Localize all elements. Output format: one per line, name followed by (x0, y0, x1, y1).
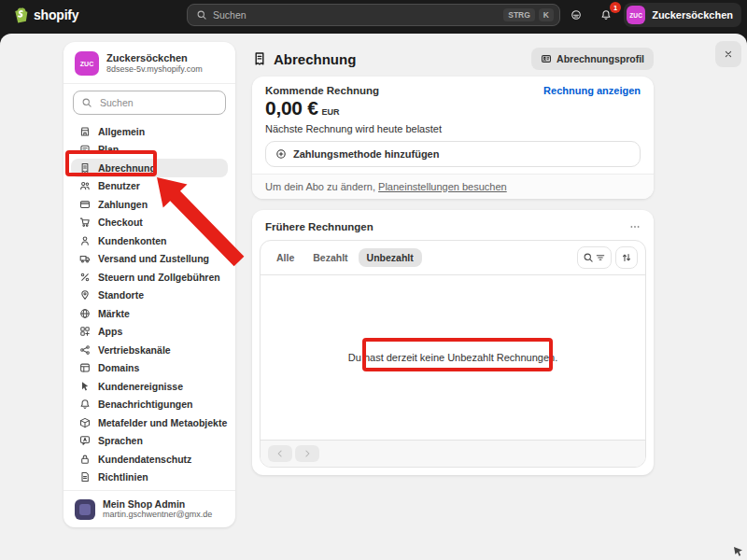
sidebar-item-versand-und-zustellung[interactable]: Versand und Zustellung (71, 250, 228, 269)
sidebar-item-zahlungen[interactable]: Zahlungen (71, 195, 228, 214)
billing-profile-icon (541, 53, 552, 64)
sidebar-item-apps[interactable]: Apps (71, 323, 228, 342)
shopify-logo[interactable]: shopify (13, 7, 78, 23)
plan-settings-link[interactable]: Planeinstellungen besuchen (378, 181, 507, 192)
translate-icon (78, 435, 91, 446)
browser-icon (78, 362, 91, 373)
search-icon (81, 97, 92, 108)
tab-unbezahlt[interactable]: Unbezahlt (359, 248, 422, 267)
invoice-currency: EUR (322, 107, 340, 117)
shortcut-strg-key: STRG (503, 8, 535, 21)
receipt-icon (252, 51, 267, 66)
sidebar-item-abrechnung[interactable]: Abrechnung (71, 159, 228, 177)
inbox-icon (571, 9, 582, 21)
settings-modal: ZUC Zuckersöckchen 8dsese-5v.myshopify.c… (0, 34, 747, 560)
more-actions-icon[interactable] (629, 221, 641, 232)
sidebar-item-allgemein[interactable]: Allgemein (71, 122, 228, 141)
sidebar-item-label: Kundendatenschutz (98, 454, 191, 465)
invoices-table: AlleBezahltUnbezahlt Du hast derzeit kei… (260, 240, 646, 468)
receipt-icon (78, 162, 91, 174)
users-icon (78, 180, 91, 191)
sidebar-item-kundenereignisse[interactable]: Kundenereignisse (71, 377, 228, 396)
sidebar-item-kundendatenschutz[interactable]: Kundendatenschutz (71, 450, 228, 469)
page-title: Abrechnung (274, 51, 525, 67)
sidebar-item-benutzer[interactable]: Benutzer (71, 177, 228, 196)
cursor-icon (78, 381, 91, 392)
lock-icon (78, 454, 91, 465)
sidebar-item-label: Kundenkonten (98, 235, 167, 246)
search-filter-button[interactable] (577, 246, 612, 269)
pagination-next-button[interactable] (295, 445, 319, 462)
sidebar-item-label: Standorte (98, 289, 144, 301)
sort-arrows-icon (621, 252, 632, 263)
add-payment-method-label: Zahlungsmethode hinzufügen (293, 148, 439, 160)
close-button[interactable] (715, 41, 741, 67)
search-icon (583, 252, 594, 263)
invoice-filter-tabs: AlleBezahltUnbezahlt (268, 248, 422, 267)
sidebar-item-metafelder-und-metaobjekte[interactable]: Metafelder und Metaobjekte (71, 413, 228, 432)
search-icon (196, 9, 207, 21)
sidebar-item-markte[interactable]: Märkte (71, 304, 228, 323)
shop-avatar: ZUC (75, 51, 99, 76)
empty-state-message: Du hast derzeit keine Unbezahlt Rechnung… (348, 352, 557, 363)
sidebar-item-label: Richtlinien (98, 471, 148, 483)
sidebar-item-label: Vertriebskanäle (98, 344, 171, 356)
box-icon (78, 417, 91, 428)
sidebar-item-label: Sprachen (98, 435, 143, 446)
sidebar-item-benachrichtigungen[interactable]: Benachrichtigungen (71, 396, 228, 414)
bell-icon (78, 399, 91, 410)
apps-icon (78, 326, 91, 337)
billing-profile-button[interactable]: Abrechnungsprofil (531, 48, 654, 70)
sidebar-item-plan[interactable]: Plan (71, 141, 228, 160)
cart-icon (78, 217, 91, 228)
sidebar-search[interactable] (73, 91, 226, 115)
chevron-left-icon (275, 448, 286, 459)
sidebar-item-standorte[interactable]: Standorte (71, 287, 228, 305)
sidebar-item-label: Steuern und Zollgebühren (98, 272, 220, 283)
billing-page: Abrechnung Abrechnungsprofil Kommende Re… (252, 47, 654, 475)
sidebar-item-label: Versand und Zustellung (98, 253, 209, 264)
sort-button[interactable] (615, 246, 638, 269)
truck-icon (78, 253, 91, 264)
topbar-search-placeholder: Suchen (213, 9, 500, 21)
sidebar-item-vertriebskanale[interactable]: Vertriebskanäle (71, 341, 228, 359)
sidebar-item-kundenkonten[interactable]: Kundenkonten (71, 231, 228, 250)
sidebar-item-domains[interactable]: Domains (71, 359, 228, 378)
sidebar-item-label: Allgemein (98, 126, 145, 137)
plan-icon (78, 144, 91, 155)
card-icon (78, 199, 91, 210)
next-charge-note: Nächste Rechnung wird heute belastet (265, 123, 641, 134)
sidebar-item-steuern-und-zollgebuhren[interactable]: Steuern und Zollgebühren (71, 268, 228, 287)
sidebar-item-label: Metafelder und Metaobjekte (98, 417, 227, 428)
sidebar-item-label: Checkout (98, 217, 143, 228)
add-payment-method-button[interactable]: Zahlungsmethode hinzufügen (265, 141, 641, 167)
tab-bezahlt[interactable]: Bezahlt (304, 248, 356, 267)
inbox-button[interactable] (564, 3, 588, 27)
shop-admin-footer[interactable]: Mein Shop Admin martin.gschwentner@gmx.d… (63, 490, 235, 527)
view-invoice-link[interactable]: Rechnung anzeigen (543, 85, 641, 96)
pin-icon (78, 289, 91, 301)
topbar-search[interactable]: Suchen STRG K (187, 4, 560, 26)
sidebar-item-label: Benutzer (98, 180, 140, 191)
close-icon (723, 49, 734, 60)
sidebar-item-label: Apps (98, 326, 122, 337)
notifications-button[interactable]: 1 (594, 3, 618, 27)
shop-name: Zuckersöckchen (106, 52, 203, 64)
shop-admin-avatar (75, 499, 95, 520)
sidebar-item-richtlinien[interactable]: Richtlinien (71, 469, 228, 487)
shop-header: ZUC Zuckersöckchen 8dsese-5v.myshopify.c… (63, 42, 235, 84)
sidebar-item-label: Kundenereignisse (98, 381, 183, 392)
shop-admin-email: martin.gschwentner@gmx.de (103, 510, 212, 520)
subscription-footer-text: Um dein Abo zu ändern, (265, 181, 375, 192)
topbar: shopify Suchen STRG K 1 ZUC Zuckersöckch… (0, 0, 747, 30)
sidebar-item-checkout[interactable]: Checkout (71, 214, 228, 232)
subscription-footer: Um dein Abo zu ändern, Planeinstellungen… (252, 174, 654, 199)
sidebar-item-sprachen[interactable]: Sprachen (71, 432, 228, 451)
sidebar-item-label: Märkte (98, 308, 130, 319)
sidebar-item-label: Plan (98, 144, 119, 155)
pagination-prev-button[interactable] (268, 445, 292, 462)
plus-circle-icon (275, 148, 287, 160)
tab-alle[interactable]: Alle (268, 248, 303, 267)
sidebar-search-input[interactable] (98, 96, 218, 109)
account-menu[interactable]: ZUC Zuckersöckchen (624, 3, 741, 27)
